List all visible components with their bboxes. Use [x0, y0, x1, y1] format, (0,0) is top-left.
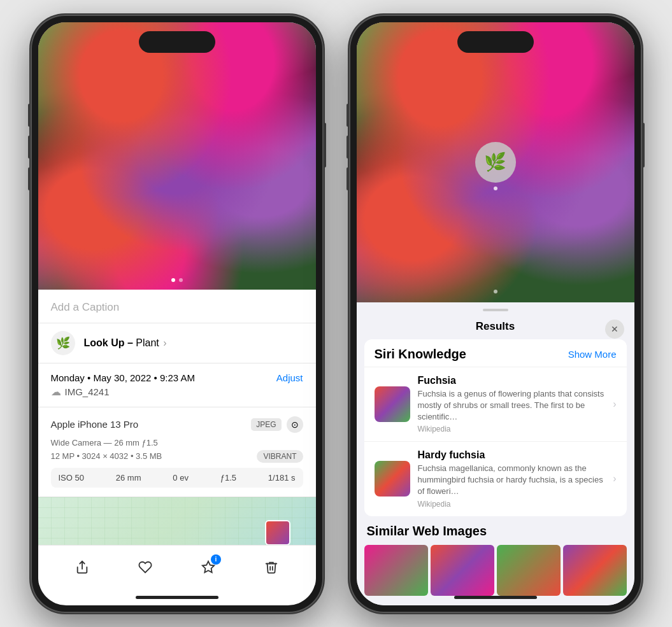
- exif-shutter: 1/181 s: [268, 473, 296, 483]
- siri-knowledge-title: Siri Knowledge: [375, 347, 466, 362]
- photo-dot-right: [494, 290, 497, 293]
- hardy-fuchsia-name: Hardy fuchsia: [418, 449, 606, 461]
- share-button[interactable]: [68, 553, 96, 581]
- similar-image-4[interactable]: [563, 545, 627, 596]
- exif-mm: 26 mm: [116, 473, 141, 483]
- info-badge: i: [211, 554, 221, 565]
- similar-image-3[interactable]: [497, 545, 561, 596]
- dot-1: [171, 278, 175, 282]
- right-phone: 🌿 Results ✕ Siri Knowledge Show More: [349, 15, 642, 613]
- hardy-fuchsia-content: Hardy fuchsia Fuchsia magellanica, commo…: [418, 449, 606, 509]
- adjust-button[interactable]: Adjust: [276, 372, 303, 383]
- lookup-label: Look Up – Plant ›: [84, 337, 167, 349]
- cloud-icon: ☁: [51, 386, 61, 398]
- notch-right: [457, 31, 534, 53]
- flower-overlay-left: [38, 22, 316, 290]
- lookup-icon: 🌿: [51, 331, 75, 355]
- siri-visual-button[interactable]: 🌿: [475, 142, 516, 183]
- info-button[interactable]: i: [194, 553, 222, 581]
- caption-area[interactable]: Add a Caption: [38, 290, 316, 323]
- map-section: [38, 497, 316, 548]
- show-more-button[interactable]: Show More: [568, 349, 617, 360]
- home-indicator-left: [136, 596, 218, 599]
- date-row: Monday • May 30, 2022 • 9:23 AM Adjust: [51, 372, 303, 383]
- device-section: Apple iPhone 13 Pro JPEG ⊙ Wide Camera —…: [38, 407, 316, 497]
- similar-image-2[interactable]: [431, 545, 494, 596]
- results-close-button[interactable]: ✕: [605, 320, 624, 339]
- lookup-chevron: ›: [163, 337, 166, 348]
- exif-aperture: ƒ1.5: [220, 473, 236, 483]
- fuchsia-source: Wikipedia: [418, 425, 606, 433]
- fuchsia-name: Fuchsia: [418, 375, 606, 386]
- similar-image-1[interactable]: [364, 545, 428, 596]
- results-title: Results: [476, 320, 515, 333]
- hardy-fuchsia-description: Fuchsia magellanica, commonly known as t…: [418, 463, 606, 498]
- left-phone: Add a Caption 🌿 Look Up – Plant › Monday…: [31, 15, 324, 613]
- format-badges: JPEG ⊙: [251, 416, 303, 433]
- favorite-button[interactable]: [131, 553, 159, 581]
- filename: IMG_4241: [65, 386, 110, 397]
- fuchsia-description: Fuchsia is a genus of flowering plants t…: [418, 388, 606, 423]
- hardy-fuchsia-thumbnail: [375, 461, 410, 497]
- format-badge: JPEG: [251, 418, 281, 431]
- fuchsia-content: Fuchsia Fuchsia is a genus of flowering …: [418, 375, 606, 434]
- fuchsia-chevron: ›: [613, 398, 616, 410]
- similar-title: Similar Web Images: [364, 524, 627, 539]
- similar-images-grid: [364, 545, 627, 596]
- phone-screen-left: Add a Caption 🌿 Look Up – Plant › Monday…: [38, 22, 316, 605]
- exif-row: ISO 50 26 mm 0 ev ƒ1.5 1/181 s: [51, 468, 303, 488]
- exif-ev: 0 ev: [173, 473, 189, 483]
- knowledge-item-fuchsia[interactable]: Fuchsia Fuchsia is a genus of flowering …: [364, 367, 627, 442]
- right-screen-content: 🌿 Results ✕ Siri Knowledge Show More: [357, 22, 634, 605]
- exif-iso: ISO 50: [59, 473, 84, 483]
- lookup-text: Plant: [136, 337, 159, 348]
- siri-knowledge-header: Siri Knowledge Show More: [364, 339, 627, 367]
- results-header: Results ✕: [357, 311, 634, 339]
- bottom-toolbar: i: [38, 545, 316, 586]
- vibrant-badge: VIBRANT: [257, 450, 303, 463]
- knowledge-item-hardy-fuchsia[interactable]: Hardy fuchsia Fuchsia magellanica, commo…: [364, 441, 627, 516]
- mp-text: 12 MP • 3024 × 4032 • 3.5 MB: [51, 451, 162, 461]
- mp-row: 12 MP • 3024 × 4032 • 3.5 MB VIBRANT: [51, 450, 303, 463]
- metadata-section: Monday • May 30, 2022 • 9:23 AM Adjust ☁…: [38, 363, 316, 407]
- left-screen-content: Add a Caption 🌿 Look Up – Plant › Monday…: [38, 22, 316, 605]
- map-thumbnail-photo: [265, 520, 290, 546]
- filename-row: ☁ IMG_4241: [51, 386, 303, 398]
- similar-images-section: Similar Web Images: [357, 524, 634, 596]
- home-indicator-right: [454, 596, 537, 599]
- results-panel: Results ✕ Siri Knowledge Show More Fuchs…: [357, 302, 634, 605]
- delete-button[interactable]: [257, 553, 285, 581]
- hardy-fuchsia-chevron: ›: [613, 473, 616, 484]
- device-name: Apple iPhone 13 Pro: [51, 419, 139, 430]
- device-row: Apple iPhone 13 Pro JPEG ⊙: [51, 416, 303, 433]
- flower-photo-left: [38, 22, 316, 290]
- siri-knowledge-section: Siri Knowledge Show More Fuchsia Fuchsia…: [364, 339, 627, 516]
- camera-specs: Wide Camera — 26 mm ƒ1.5: [51, 438, 303, 447]
- lookup-row[interactable]: 🌿 Look Up – Plant ›: [38, 323, 316, 363]
- phone-screen-right: 🌿 Results ✕ Siri Knowledge Show More: [357, 22, 634, 605]
- siri-dot: [494, 187, 497, 190]
- photo-date: Monday • May 30, 2022 • 9:23 AM: [51, 372, 195, 383]
- dot-2: [179, 278, 183, 282]
- caption-placeholder[interactable]: Add a Caption: [51, 301, 120, 313]
- location-icon: ⊙: [287, 416, 303, 433]
- lookup-bold: Look Up –: [84, 337, 133, 348]
- photo-dots: [171, 278, 183, 282]
- hardy-fuchsia-source: Wikipedia: [418, 500, 606, 509]
- notch-left: [139, 31, 215, 53]
- flower-photo-right: 🌿: [357, 22, 634, 302]
- fuchsia-thumbnail: [375, 386, 410, 422]
